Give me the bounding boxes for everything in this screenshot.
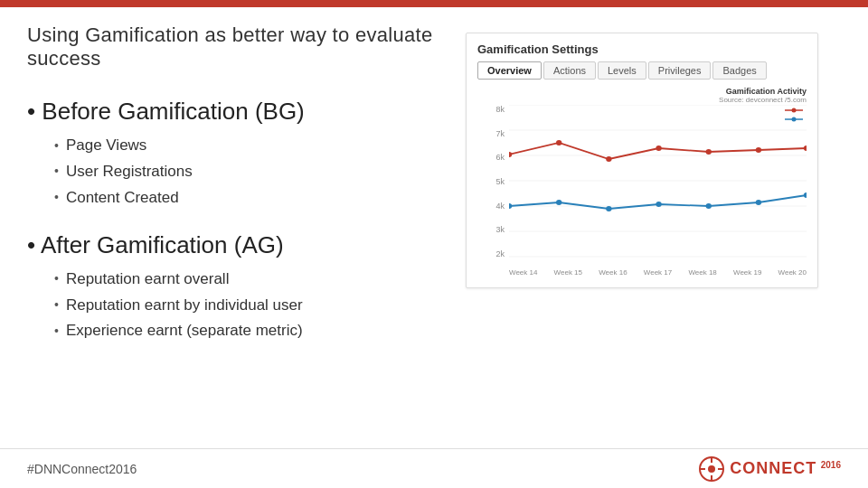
svg-point-12	[556, 140, 561, 145]
chart-title: Gamification Settings	[477, 42, 807, 56]
svg-point-14	[656, 145, 661, 151]
slide-content: Using Gamification as better way to eval…	[0, 7, 868, 448]
after-gamification-heading: • After Gamification (AG)	[27, 231, 443, 259]
before-bullets-list: Page Views User Registrations Content Cr…	[54, 133, 443, 211]
after-bullets-list: Reputation earnt overall Reputation earn…	[54, 267, 443, 345]
after-bullet-2: Reputation earnt by individual user	[54, 293, 443, 319]
chart-svg-area	[509, 105, 807, 258]
svg-point-22	[706, 203, 712, 209]
footer-logo-text-group: CONNECT 2016	[730, 459, 841, 478]
svg-point-18	[509, 203, 512, 209]
svg-point-21	[656, 202, 661, 207]
chart-area: Gamification Activity Source: devconnect…	[477, 87, 807, 277]
svg-point-13	[606, 156, 611, 162]
before-bullet-3: Content Created	[54, 185, 443, 211]
y-label-8k: 8k	[495, 105, 505, 114]
right-panel: Gamification Settings Overview Actions L…	[443, 23, 841, 439]
slide: Using Gamification as better way to eval…	[0, 0, 868, 488]
y-label-7k: 7k	[495, 129, 505, 138]
left-panel: Using Gamification as better way to eval…	[27, 23, 443, 439]
after-bullet-3: Experience earnt (separate metric)	[54, 318, 443, 344]
tab-overview[interactable]: Overview	[477, 61, 542, 80]
footer-logo: CONNECT 2016	[699, 456, 841, 482]
x-label-w15: Week 15	[554, 268, 582, 277]
footer-logo-year: 2016	[821, 460, 841, 470]
svg-point-23	[756, 200, 761, 205]
x-label-w19: Week 19	[733, 268, 761, 277]
tab-levels[interactable]: Levels	[598, 61, 646, 80]
chart-legend-title: Gamification Activity	[719, 87, 807, 96]
y-label-2k: 2k	[495, 249, 505, 258]
footer: #DNNConnect2016 CONNECT 2016	[0, 448, 868, 488]
chart-x-labels: Week 14 Week 15 Week 16 Week 17 Week 18 …	[509, 268, 807, 277]
footer-hashtag: #DNNConnect2016	[27, 462, 137, 476]
y-label-5k: 5k	[495, 177, 505, 186]
chart-legend-source: Source: devconnect /5.com	[719, 96, 807, 104]
y-label-3k: 3k	[495, 225, 505, 234]
svg-point-26	[708, 465, 715, 473]
svg-point-16	[756, 147, 761, 153]
x-label-w20: Week 20	[778, 268, 807, 277]
footer-logo-text: CONNECT	[730, 459, 816, 477]
chart-tabs[interactable]: Overview Actions Levels Privileges Badge…	[477, 61, 807, 80]
svg-point-15	[706, 149, 712, 155]
chart-container: Gamification Settings Overview Actions L…	[466, 33, 818, 288]
tab-privileges[interactable]: Privileges	[648, 61, 712, 80]
x-label-w18: Week 18	[688, 268, 716, 277]
x-label-w17: Week 17	[644, 268, 672, 277]
svg-point-17	[804, 145, 807, 151]
y-label-4k: 4k	[495, 202, 505, 211]
before-bullet-2: User Registrations	[54, 159, 443, 185]
svg-point-24	[804, 192, 807, 198]
svg-point-20	[606, 206, 611, 211]
tab-actions[interactable]: Actions	[543, 61, 596, 80]
y-label-6k: 6k	[495, 153, 505, 162]
x-label-w16: Week 16	[599, 268, 627, 277]
chart-y-labels: 8k 7k 6k 5k 4k 3k 2k	[477, 105, 505, 258]
top-bar	[0, 0, 868, 7]
after-bullet-1: Reputation earnt overall	[54, 267, 443, 293]
svg-point-19	[556, 200, 561, 205]
svg-point-11	[509, 152, 512, 157]
connect-logo-icon	[699, 456, 724, 482]
tab-badges[interactable]: Badges	[712, 61, 766, 80]
before-bullet-1: Page Views	[54, 133, 443, 159]
x-label-w14: Week 14	[509, 268, 537, 277]
before-gamification-heading: • Before Gamification (BG)	[27, 98, 443, 126]
slide-title: Using Gamification as better way to eval…	[27, 23, 443, 70]
